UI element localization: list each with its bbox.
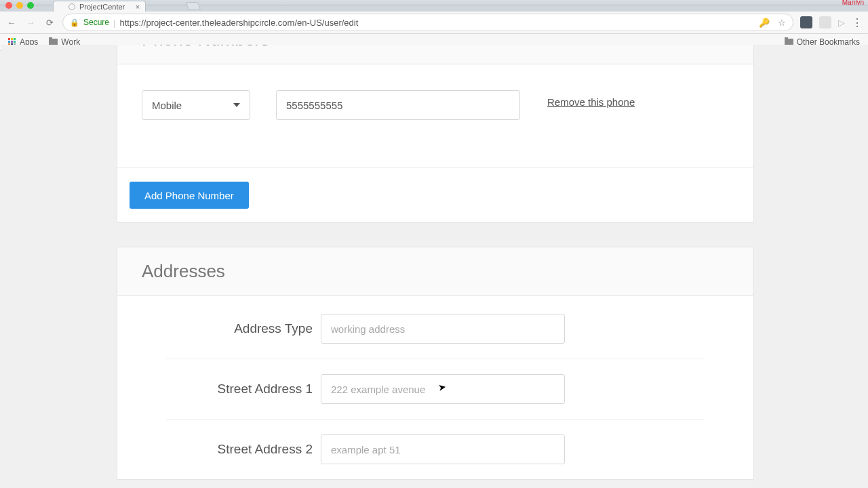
extension-icon[interactable]: [819, 16, 831, 28]
tab-close-icon[interactable]: ×: [136, 3, 140, 11]
phone-number-input[interactable]: [276, 90, 520, 120]
address-bar[interactable]: 🔒 Secure | https://project-center.thelea…: [62, 14, 793, 31]
minimize-window-icon[interactable]: [16, 2, 23, 9]
street-1-row: Street Address 1: [166, 359, 705, 420]
street-2-row: Street Address 2: [166, 420, 705, 479]
separator: |: [113, 18, 115, 28]
street-address-2-input[interactable]: [321, 434, 565, 464]
address-type-row: Address Type: [166, 296, 705, 359]
chrome-menu-icon[interactable]: ⋮: [852, 16, 863, 29]
lock-icon: 🔒: [70, 18, 79, 27]
field-label: Street Address 1: [166, 382, 313, 396]
window-controls[interactable]: [5, 2, 34, 9]
page-viewport: Phone Numbers Mobile Remove this phone A…: [1, 45, 868, 488]
phone-row: Mobile Remove this phone: [142, 90, 729, 120]
addresses-panel: Addresses Address Type Street Address 1 …: [117, 247, 754, 480]
secure-label: Secure: [83, 18, 109, 27]
new-tab-button[interactable]: [186, 2, 201, 10]
remove-phone-link[interactable]: Remove this phone: [547, 96, 635, 108]
extension-icon[interactable]: [800, 16, 812, 28]
panel-header: Phone Numbers: [117, 45, 753, 64]
phone-type-value: Mobile: [152, 100, 182, 111]
key-icon[interactable]: 🔑: [759, 18, 770, 28]
tab-title: ProjectCenter: [79, 3, 125, 11]
panel-body: Address Type Street Address 1 Street Add…: [117, 296, 753, 479]
extensions: ▷ ⋮: [800, 16, 863, 29]
back-button[interactable]: ←: [5, 18, 18, 28]
extension-icon[interactable]: ▷: [838, 18, 845, 28]
panel-footer: Add Phone Number: [117, 167, 753, 222]
address-type-input[interactable]: [321, 314, 565, 344]
field-label: Address Type: [166, 321, 313, 336]
maximize-window-icon[interactable]: [27, 2, 34, 9]
toolbar: ← → ⟳ 🔒 Secure | https://project-center.…: [0, 12, 868, 34]
panel-body: Mobile Remove this phone: [117, 64, 753, 167]
section-title: Phone Numbers: [142, 45, 729, 50]
street-address-1-input[interactable]: [321, 374, 565, 404]
panel-header: Addresses: [117, 247, 753, 296]
field-label: Street Address 2: [166, 442, 313, 457]
section-title: Addresses: [142, 261, 729, 282]
reload-button[interactable]: ⟳: [43, 18, 56, 28]
chevron-down-icon: [233, 103, 240, 107]
forward-button[interactable]: →: [24, 18, 37, 28]
close-window-icon[interactable]: [5, 2, 12, 9]
phone-numbers-panel: Phone Numbers Mobile Remove this phone A…: [117, 45, 754, 223]
star-icon[interactable]: ☆: [778, 18, 786, 28]
tab-strip: ProjectCenter ×: [0, 5, 868, 12]
tab-favicon: [68, 3, 75, 10]
add-phone-button[interactable]: Add Phone Number: [130, 182, 249, 209]
phone-type-select[interactable]: Mobile: [142, 90, 250, 120]
url-text: https://project-center.theleadershipcirc…: [119, 18, 358, 28]
browser-tab[interactable]: ProjectCenter ×: [53, 1, 146, 12]
